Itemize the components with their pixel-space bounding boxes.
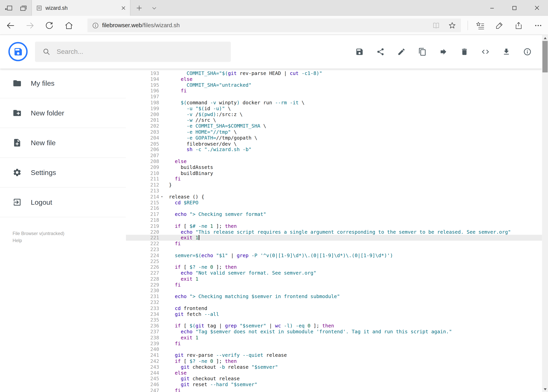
code-text[interactable]: -u "$(id -u)" \: [165, 105, 231, 111]
code-line[interactable]: 227 echo "Not valid semver format. See s…: [126, 270, 542, 276]
code-line[interactable]: 244 else: [126, 370, 542, 376]
tab-preview-toggle[interactable]: [147, 0, 162, 16]
code-text[interactable]: [165, 299, 169, 305]
code-line[interactable]: 196 fi: [126, 88, 542, 94]
code-line[interactable]: 243 git checkout -b release "$semver": [126, 364, 542, 370]
code-line[interactable]: 237 echo "Tag $semver does not exist in …: [126, 329, 542, 335]
code-text[interactable]: [165, 258, 169, 264]
code-text[interactable]: echo "> Checking matching $semver in fro…: [165, 294, 340, 299]
code-text[interactable]: fi: [165, 388, 181, 392]
download-button[interactable]: [502, 48, 511, 56]
code-text[interactable]: exit 1: [165, 335, 198, 341]
refresh-button[interactable]: [42, 18, 56, 33]
maximize-button[interactable]: [503, 0, 526, 16]
code-text[interactable]: fi: [165, 88, 187, 94]
code-text[interactable]: if [ $? -ne 0 ]; then: [165, 264, 237, 270]
code-line[interactable]: 216: [126, 205, 542, 211]
more-options-button[interactable]: [531, 18, 545, 33]
code-text[interactable]: echo "This release script requires a sin…: [165, 229, 511, 235]
code-text[interactable]: git rev-parse --verify --quiet release: [165, 352, 287, 358]
code-text[interactable]: -w //src \: [165, 117, 216, 123]
code-line[interactable]: 223: [126, 247, 542, 252]
code-text[interactable]: COMMIT_SHA="untracked": [165, 82, 251, 88]
tabs-set-aside-button[interactable]: [16, 0, 31, 16]
new-tab-button[interactable]: [132, 0, 146, 16]
code-line[interactable]: 200 -v /$(pwd):/src:z \: [126, 111, 542, 117]
raw-code-button[interactable]: [481, 48, 490, 56]
code-text[interactable]: -e HOME="//tmp" \: [165, 129, 237, 135]
code-line[interactable]: 220 echo "This release script requires a…: [126, 229, 542, 235]
code-line[interactable]: 231 echo "> Checking matching $semver in…: [126, 294, 542, 299]
edit-button[interactable]: [397, 48, 406, 56]
search-box[interactable]: [35, 42, 231, 62]
code-text[interactable]: if [ $? -ne 0 ]; then: [165, 358, 237, 364]
code-line[interactable]: 208 else: [126, 159, 542, 164]
code-text[interactable]: [165, 247, 169, 252]
code-text[interactable]: filebrowser/dev \: [165, 141, 237, 147]
vertical-scrollbar[interactable]: [542, 35, 548, 392]
hub-favorites-button[interactable]: [473, 18, 487, 33]
code-text[interactable]: else: [165, 370, 187, 376]
code-text[interactable]: echo "Tag $semver does not exist in subm…: [165, 329, 452, 335]
fold-marker-icon[interactable]: ▾: [159, 194, 165, 200]
code-line[interactable]: 212}: [126, 182, 542, 188]
address-bar[interactable]: filebrowser.web/files/wizard.sh: [87, 19, 461, 32]
code-line[interactable]: 218: [126, 217, 542, 223]
code-text[interactable]: git reset --hard "$semver": [165, 382, 257, 388]
code-text[interactable]: [165, 217, 169, 223]
add-favorite-button[interactable]: [445, 18, 460, 33]
code-text[interactable]: [165, 153, 169, 159]
code-text[interactable]: cd $REPO: [165, 200, 198, 205]
code-text[interactable]: -e COMMIT_SHA=$COMMIT_SHA \: [165, 123, 266, 129]
code-text[interactable]: [165, 317, 169, 323]
code-line[interactable]: 215 cd $REPO: [126, 200, 542, 205]
code-line[interactable]: 233 cd frontend: [126, 305, 542, 311]
help-link[interactable]: Help: [13, 237, 64, 244]
code-text[interactable]: [165, 288, 169, 294]
code-line[interactable]: 207: [126, 153, 542, 159]
sidebar-item-new-file[interactable]: New file: [0, 128, 126, 158]
home-button[interactable]: [62, 18, 76, 33]
code-line[interactable]: 242 if [ $? -ne 0 ]; then: [126, 358, 542, 364]
code-line[interactable]: 217 echo "> Checking semver format": [126, 211, 542, 217]
code-line[interactable]: 228 exit 1: [126, 276, 542, 282]
code-line[interactable]: 221 exit 1: [126, 235, 542, 241]
code-text[interactable]: semver=$(echo "$1" | grep -P '^v(0|[1-9]…: [165, 252, 393, 258]
sidebar-item-logout[interactable]: Logout: [0, 188, 126, 217]
code-line[interactable]: 205 filebrowser/dev \: [126, 141, 542, 147]
code-line[interactable]: 198 $(command -v winpty) docker run --rm…: [126, 100, 542, 105]
code-text[interactable]: exit 1: [165, 235, 199, 241]
code-text[interactable]: buildBinary: [165, 170, 213, 176]
code-line[interactable]: 214▾release () {: [126, 194, 542, 200]
code-line[interactable]: 229 fi: [126, 282, 542, 288]
code-line[interactable]: 219 if [ $# -ne 1 ]; then: [126, 223, 542, 229]
code-line[interactable]: 197: [126, 94, 542, 100]
code-line[interactable]: 202 -e COMMIT_SHA=$COMMIT_SHA \: [126, 123, 542, 129]
delete-button[interactable]: [460, 48, 469, 56]
code-text[interactable]: $(command -v winpty) docker run --rm -it…: [165, 100, 305, 105]
code-text[interactable]: [165, 346, 169, 352]
code-text[interactable]: else: [165, 159, 187, 164]
code-text[interactable]: sh -c "./wizard.sh -b": [165, 147, 251, 153]
sidebar-item-settings[interactable]: Settings: [0, 158, 126, 188]
share-page-button[interactable]: [511, 18, 526, 33]
browser-tab[interactable]: wizard.sh: [32, 0, 131, 16]
code-line[interactable]: 246 git reset --hard "$semver": [126, 382, 542, 388]
search-input[interactable]: [57, 48, 210, 56]
code-text[interactable]: [165, 188, 169, 194]
sidebar-item-my-files[interactable]: My files: [0, 69, 126, 98]
web-note-button[interactable]: [492, 18, 507, 33]
code-text[interactable]: echo "> Checking semver format": [165, 211, 266, 217]
close-window-button[interactable]: [526, 0, 548, 16]
code-line[interactable]: 239 fi: [126, 341, 542, 346]
scrollbar-thumb[interactable]: [542, 41, 548, 72]
code-line[interactable]: 247 fi: [126, 388, 542, 392]
code-text[interactable]: COMMIT_SHA="$(git rev-parse HEAD | cut -…: [165, 70, 322, 76]
code-text[interactable]: [165, 205, 169, 211]
code-line[interactable]: 236 if [ $(git tag | grep "$semver" | wc…: [126, 323, 542, 329]
code-line[interactable]: 211 fi: [126, 176, 542, 182]
code-line[interactable]: 245 git checkout release: [126, 376, 542, 382]
code-text[interactable]: fi: [165, 341, 181, 346]
code-text[interactable]: fi: [165, 282, 181, 288]
code-line[interactable]: 232: [126, 299, 542, 305]
